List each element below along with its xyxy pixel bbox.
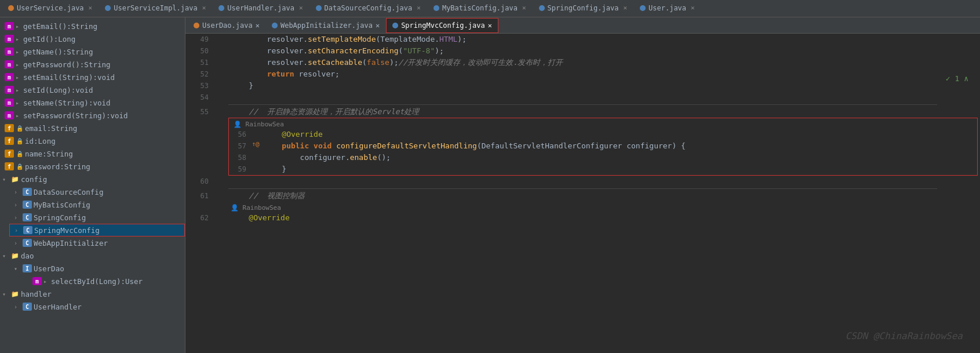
tab-icon-orange: [8, 5, 14, 11]
visibility-icon: ▸: [16, 87, 21, 93]
line-content: public void configureDefaultServletHandl…: [261, 140, 977, 152]
sidebar-item-userhandler[interactable]: › C UserHandler: [9, 300, 185, 313]
tab-userservice[interactable]: UserService.java ✕: [2, 1, 98, 17]
code-line-59: 59 }: [229, 163, 977, 175]
item-label: getId():Long: [23, 35, 75, 43]
line-number: 55: [185, 106, 214, 118]
expand-icon: ›: [14, 202, 21, 208]
sidebar-item-setpassword[interactable]: m ▸ setPassword(String):void: [0, 109, 185, 122]
sidebar-item-setemail[interactable]: m ▸ setEmail(String):void: [0, 71, 185, 83]
sidebar-item-mybatisconfig[interactable]: › C MyBatisConfig: [9, 198, 185, 211]
item-label: SpringConfig: [34, 213, 86, 222]
close-icon[interactable]: ✕: [488, 21, 492, 30]
separator: [228, 104, 937, 105]
group-label: dao: [21, 252, 34, 260]
tab-userdao[interactable]: UserDao.java ✕: [188, 18, 265, 33]
sidebar-item-id[interactable]: f 🔒 id:Long: [0, 134, 185, 147]
line-content: return resolver;: [228, 68, 980, 80]
visibility-icon: ▸: [16, 74, 21, 81]
line-number: 62: [185, 212, 214, 224]
close-icon[interactable]: ✕: [522, 4, 526, 12]
tab-icon-blue: [272, 23, 278, 28]
close-icon[interactable]: ✕: [376, 21, 380, 30]
lock-icon: 🔒: [16, 125, 23, 132]
tab-springmvcconfig[interactable]: SpringMvcConfig.java ✕: [386, 18, 498, 33]
tab-icon-blue: [433, 5, 439, 11]
line-number: 61: [185, 190, 214, 202]
code-line-57: 57 ↑@ public void configureDefaultServle…: [229, 140, 977, 152]
sidebar-item-getid[interactable]: m ▸ getId():Long: [0, 32, 185, 45]
sidebar-group-dao[interactable]: ▾ 📁 dao: [0, 249, 185, 262]
sidebar-group-config[interactable]: ▾ 📁 config: [0, 173, 185, 185]
code-line-60: 60: [185, 176, 980, 187]
method-highlight-box: 👤 RainbowSea 56 @Override 57 ↑@ public v…: [228, 118, 978, 176]
sidebar-item-selectbyid[interactable]: m ▸ selectById(Long):User: [28, 275, 185, 288]
field-icon: f: [5, 150, 14, 158]
close-icon[interactable]: ✕: [256, 21, 260, 30]
method-icon: m: [5, 48, 14, 56]
watermark: CSDN @ChinaRainbowSea: [846, 330, 963, 341]
code-line-62: 62 @Override: [185, 212, 980, 224]
tab-label: User.java: [649, 4, 686, 12]
expand-icon: ▾: [2, 253, 9, 259]
code-line-52: 52 return resolver;: [185, 68, 980, 80]
sidebar-item-password[interactable]: f 🔒 password:String: [0, 160, 185, 173]
top-tab-bar[interactable]: UserService.java ✕ UserServiceImpl.java …: [0, 0, 980, 17]
close-icon[interactable]: ✕: [202, 4, 206, 12]
code-line-53: 53 }: [185, 80, 980, 92]
visibility-icon: ▸: [16, 23, 21, 30]
line-number: 54: [185, 92, 214, 103]
code-container[interactable]: ✓ 1 ∧ 49 resolver.setTemplateMode(Templa…: [185, 34, 980, 353]
sidebar-item-setname[interactable]: m ▸ setName(String):void: [0, 96, 185, 109]
sidebar-item-email[interactable]: f 🔒 email:String: [0, 122, 185, 134]
line-number: 60: [185, 176, 214, 187]
sidebar-group-handler[interactable]: ▾ 📁 handler: [0, 288, 185, 300]
line-content: configurer.enable();: [261, 152, 977, 163]
sidebar-item-setid[interactable]: m ▸ setId(Long):void: [0, 83, 185, 96]
sidebar-item-getemail[interactable]: m ▸ getEmail():String: [0, 20, 185, 32]
sidebar-item-webappinitializer[interactable]: › C WebAppInitializer: [9, 236, 185, 249]
expand-icon: ›: [14, 304, 21, 310]
editor-tab-bar[interactable]: UserDao.java ✕ WebAppInitializer.java ✕ …: [185, 17, 980, 34]
tab-icon-blue: [392, 23, 398, 28]
sidebar-item-userdao[interactable]: ▾ I UserDao: [9, 262, 185, 275]
line-content: resolver.setCacheable(false);//开发时关闭缓存，改…: [228, 57, 980, 68]
line-number: 51: [185, 57, 214, 68]
line-content: resolver.setTemplateMode(TemplateMode.HT…: [228, 34, 980, 45]
tab-label: UserDao.java: [202, 21, 253, 30]
code-line-56: 56 @Override: [229, 129, 977, 140]
item-label: getPassword():String: [23, 60, 111, 69]
tab-userserviceimpl[interactable]: UserServiceImpl.java ✕: [99, 1, 212, 17]
tab-label: SpringMvcConfig.java: [401, 21, 485, 30]
close-icon[interactable]: ✕: [623, 4, 627, 12]
method-icon: m: [5, 35, 14, 43]
folder-icon: 📁: [11, 290, 19, 298]
sidebar-item-springconfig[interactable]: › C SpringConfig: [9, 211, 185, 224]
tab-mybatisconfig[interactable]: MyBatisConfig.java ✕: [428, 1, 532, 17]
method-icon: m: [5, 22, 14, 30]
item-label: getName():String: [23, 48, 93, 56]
sidebar-item-datasourceconfig[interactable]: › C DataSourceConfig: [9, 185, 185, 198]
visibility-icon: ▸: [16, 61, 21, 68]
tab-userhandler[interactable]: UserHandler.java ✕: [213, 1, 308, 17]
line-number: 49: [185, 34, 214, 45]
tab-datasourceconfig[interactable]: DataSourceConfig.java ✕: [310, 1, 427, 17]
field-icon: f: [5, 124, 14, 132]
visibility-icon: ▸: [16, 100, 21, 106]
sidebar-item-name[interactable]: f 🔒 name:String: [0, 147, 185, 160]
tab-user[interactable]: User.java ✕: [634, 1, 701, 17]
close-icon[interactable]: ✕: [417, 4, 421, 12]
item-label: SpringMvcConfig: [34, 226, 100, 235]
sidebar-item-getname[interactable]: m ▸ getName():String: [0, 45, 185, 58]
code-line-51: 51 resolver.setCacheable(false);//开发时关闭缓…: [185, 57, 980, 68]
close-icon[interactable]: ✕: [691, 4, 695, 12]
group-label: config: [21, 175, 47, 184]
close-icon[interactable]: ✕: [299, 4, 303, 12]
line-content: }: [228, 80, 980, 92]
sidebar-item-springmvcconfig[interactable]: › C SpringMvcConfig: [9, 224, 185, 236]
tab-springconfig[interactable]: SpringConfig.java ✕: [533, 1, 633, 17]
sidebar-item-getpassword[interactable]: m ▸ getPassword():String: [0, 58, 185, 71]
field-icon: f: [5, 137, 14, 145]
close-icon[interactable]: ✕: [89, 4, 93, 12]
tab-webappinitializer[interactable]: WebAppInitializer.java ✕: [266, 18, 385, 33]
